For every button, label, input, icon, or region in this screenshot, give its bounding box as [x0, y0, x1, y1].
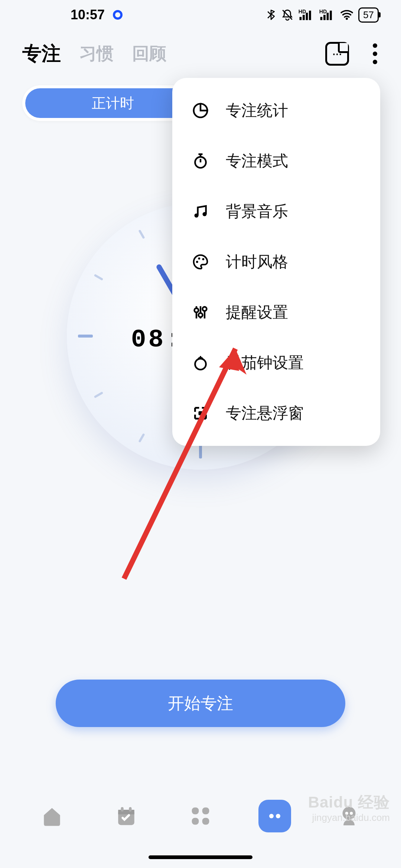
status-icons: HD HD 57 [265, 7, 379, 23]
menu-item-style[interactable]: 计时风格 [172, 237, 380, 287]
tab-review[interactable]: 回顾 [132, 42, 166, 65]
svg-rect-18 [192, 818, 199, 825]
status-time: 10:57 [71, 7, 105, 23]
menu-item-bgm[interactable]: 背景音乐 [172, 186, 380, 237]
nav-grid[interactable] [184, 800, 217, 832]
pie-chart-icon [192, 102, 209, 119]
svg-point-23 [195, 157, 206, 168]
stopwatch-icon [192, 152, 209, 170]
svg-point-30 [198, 257, 200, 260]
svg-point-29 [196, 261, 198, 263]
menu-item-label: 背景音乐 [226, 201, 288, 222]
svg-rect-13 [118, 810, 134, 814]
tab-habit[interactable]: 习惯 [79, 42, 114, 65]
svg-point-27 [195, 214, 199, 218]
menu-item-label: 专注模式 [226, 151, 288, 171]
nav-focus[interactable] [258, 800, 291, 832]
svg-rect-39 [199, 411, 203, 415]
menu-item-stats[interactable]: 专注统计 [172, 85, 380, 136]
menu-item-mode[interactable]: 专注模式 [172, 136, 380, 186]
svg-rect-19 [202, 818, 209, 825]
mute-icon [281, 9, 294, 21]
svg-rect-8 [323, 15, 326, 20]
start-focus-button[interactable]: 开始专注 [56, 680, 345, 727]
sliders-icon [192, 303, 209, 321]
svg-rect-5 [309, 11, 311, 20]
menu-item-label: 专注悬浮窗 [226, 403, 304, 424]
svg-rect-14 [121, 807, 124, 812]
svg-text:HD: HD [299, 9, 306, 14]
float-window-icon [192, 404, 209, 422]
svg-point-11 [346, 18, 348, 20]
svg-rect-7 [320, 17, 323, 20]
nav-home[interactable] [36, 800, 68, 832]
svg-point-33 [195, 308, 199, 312]
battery-indicator: 57 [358, 7, 379, 23]
watermark: Baidu 经验 jingyan.baidu.com [308, 793, 390, 823]
bluetooth-icon [265, 9, 277, 20]
svg-point-31 [202, 258, 204, 260]
music-icon [192, 203, 209, 220]
menu-item-pomodoro[interactable]: 番茄钟设置 [172, 338, 380, 388]
top-tab-bar: 专注 习惯 回顾 ⋯ [0, 30, 401, 74]
svg-rect-4 [306, 13, 308, 20]
svg-point-35 [199, 313, 203, 317]
svg-text:HD: HD [319, 9, 327, 14]
svg-rect-9 [327, 13, 329, 20]
svg-rect-10 [330, 11, 332, 20]
svg-rect-15 [129, 807, 131, 812]
more-menu-button[interactable] [371, 42, 379, 66]
signal-1-icon: HD [298, 9, 314, 21]
nav-calendar[interactable] [110, 800, 143, 832]
signal-2-icon: HD [319, 9, 335, 21]
record-hint-icon [113, 10, 123, 20]
palette-icon [192, 253, 209, 271]
svg-point-38 [195, 359, 206, 369]
svg-rect-3 [303, 15, 305, 20]
menu-item-label: 计时风格 [226, 251, 288, 272]
menu-item-label: 专注统计 [226, 100, 288, 121]
archive-button[interactable]: ⋯ [325, 42, 349, 66]
home-indicator[interactable] [149, 855, 252, 859]
wifi-icon [340, 9, 354, 20]
menu-item-label: 提醒设置 [226, 302, 288, 323]
svg-rect-2 [300, 17, 302, 20]
tab-focus[interactable]: 专注 [22, 41, 61, 67]
menu-item-reminder[interactable]: 提醒设置 [172, 287, 380, 338]
svg-rect-16 [192, 808, 199, 815]
menu-item-float[interactable]: 专注悬浮窗 [172, 388, 380, 438]
svg-rect-17 [202, 808, 209, 815]
menu-item-label: 番茄钟设置 [226, 352, 304, 373]
status-bar: 10:57 HD HD 57 [0, 0, 401, 30]
svg-point-28 [203, 212, 207, 216]
tomato-icon [192, 354, 209, 372]
options-menu: 专注统计 专注模式 背景音乐 计时风格 提醒设置 番茄钟设置 专注悬浮窗 [172, 78, 380, 446]
svg-point-37 [203, 307, 207, 311]
